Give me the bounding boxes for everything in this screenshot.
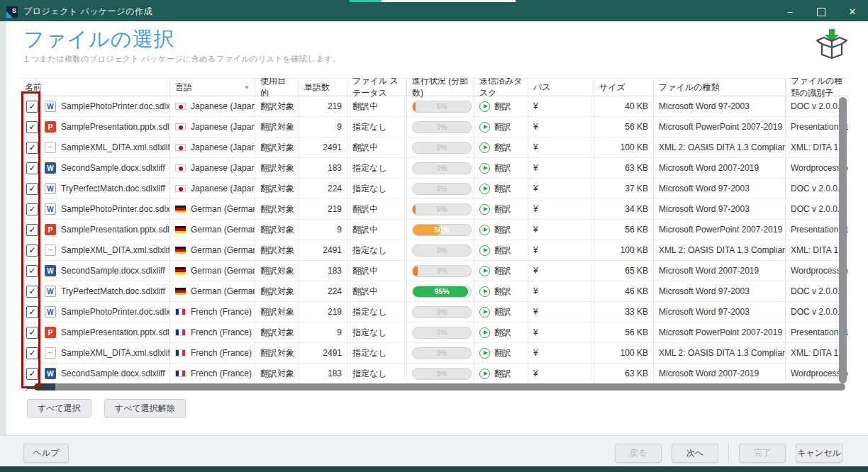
progress-cell: 0% [407, 343, 474, 363]
play-task-icon [479, 348, 490, 359]
progress-bar: 0% [412, 245, 472, 257]
column-header-label: ファイル ステータス [352, 78, 401, 99]
row-checkbox[interactable]: ✓ [26, 368, 38, 380]
column-header-file-type-id[interactable]: ファイルの種類の識別子 [786, 79, 848, 96]
column-header-name[interactable]: 名前 [20, 79, 170, 96]
table-row[interactable]: ✓PSamplePresentation.pptx.sdlxliffJapane… [20, 117, 848, 137]
table-row[interactable]: ✓···SampleXML_DITA.xml.sdlxliffGerman (G… [20, 240, 848, 261]
row-checkbox[interactable]: ✓ [26, 306, 38, 318]
row-checkbox[interactable]: ✓ [26, 142, 38, 154]
row-checkbox[interactable]: ✓ [26, 224, 38, 236]
row-checkbox[interactable]: ✓ [26, 121, 38, 133]
flag-icon-de [175, 288, 186, 295]
column-header-word-count[interactable]: 単語数 [299, 79, 347, 96]
minimize-icon[interactable]: – [774, 2, 806, 21]
table-row[interactable]: ✓WSamplePhotoPrinter.doc.sdlxliffJapanes… [20, 96, 848, 117]
column-header-file-type[interactable]: ファイルの種類 [654, 79, 786, 96]
close-icon[interactable]: ✕ [837, 2, 868, 21]
language-label: German (Germany) [191, 286, 255, 296]
column-header-progress[interactable]: 進行状況 (分節数) [407, 79, 474, 96]
table-row[interactable]: ✓···SampleXML_DITA.xml.sdlxliffJapanese … [20, 137, 848, 158]
file-name: SampleXML_DITA.xml.sdlxliff [61, 142, 170, 152]
next-button[interactable]: 次へ [672, 444, 718, 463]
row-checkbox[interactable]: ✓ [26, 327, 38, 339]
file-type-cell: Microsoft Word 97-2003 [654, 281, 786, 301]
language-cell: Japanese (Japan) [170, 96, 255, 116]
column-header-label: パス [533, 82, 551, 94]
row-checkbox[interactable]: ✓ [26, 183, 38, 195]
row-checkbox[interactable]: ✓ [26, 286, 38, 298]
word-file-icon: W [45, 162, 56, 174]
app-logo-icon [6, 6, 18, 18]
task-label: 翻訳 [494, 286, 511, 298]
word-count-cell: 219 [299, 302, 347, 322]
word-count-cell: 183 [299, 158, 347, 178]
row-checkbox[interactable]: ✓ [26, 101, 38, 113]
column-header-size[interactable]: サイズ [594, 79, 654, 96]
maximize-icon[interactable] [806, 2, 837, 21]
row-checkbox[interactable]: ✓ [26, 162, 38, 174]
file-type-cell: Microsoft Word 2007-2019 [654, 158, 786, 178]
task-label: 翻訳 [494, 162, 511, 174]
deselect-all-button[interactable]: すべて選択解除 [104, 399, 186, 417]
column-header-file-status[interactable]: ファイル ステータス [347, 79, 407, 96]
page-title: ファイルの選択 [23, 26, 174, 54]
help-button[interactable]: ヘルプ [23, 444, 69, 463]
horizontal-scrollbar[interactable] [34, 383, 845, 390]
flag-icon-jp [175, 185, 186, 192]
file-name-cell: ✓WSamplePhotoPrinter.doc.sdlxliff [20, 199, 170, 219]
table-row[interactable]: ✓PSamplePresentation.pptx.sdlxliffGerman… [20, 220, 848, 240]
size-cell: 63 KB [594, 364, 654, 383]
finish-button[interactable]: 完了 [739, 444, 786, 463]
column-header-usage-purpose[interactable]: 使用目的 [255, 79, 299, 96]
word-count-cell: 224 [299, 179, 347, 198]
progress-bar: 0% [412, 121, 472, 133]
files-table: 名前言語▼使用目的単語数ファイル ステータス進行状況 (分節数)送信済みタスクパ… [20, 78, 848, 390]
progress-percent-label: 0% [413, 348, 471, 359]
file-type-cell: XML 2: OASIS DITA 1.3 Compliant [654, 137, 786, 157]
table-row[interactable]: ✓WSecondSample.docx.sdlxliffGerman (Germ… [20, 261, 848, 281]
vertical-scrollbar[interactable] [839, 97, 847, 383]
table-row[interactable]: ✓WSecondSample.docx.sdlxliffFrench (Fran… [20, 364, 848, 384]
file-type-cell: Microsoft Word 97-2003 [654, 96, 786, 116]
language-label: German (Germany) [191, 245, 255, 255]
row-checkbox[interactable]: ✓ [26, 347, 38, 359]
table-row[interactable]: ✓WTryPerfectMatch.doc.sdlxliffJapanese (… [20, 179, 848, 199]
select-all-button[interactable]: すべて選択 [27, 399, 91, 417]
table-row[interactable]: ✓WTryPerfectMatch.doc.sdlxliffGerman (Ge… [20, 281, 848, 302]
play-task-icon [479, 204, 490, 215]
file-status-cell: 翻訳中 [347, 261, 407, 281]
path-cell: ¥ [528, 179, 594, 198]
sent-task-cell: 翻訳 [474, 117, 528, 137]
language-label: German (Germany) [191, 204, 255, 214]
cancel-button[interactable]: キャンセル [796, 444, 842, 463]
table-row[interactable]: ✓WSamplePhotoPrinter.doc.sdlxliffGerman … [20, 199, 848, 220]
task-label: 翻訳 [494, 101, 511, 113]
column-header-path[interactable]: パス [528, 79, 594, 96]
table-row[interactable]: ✓···SampleXML_DITA.xml.sdlxliffFrench (F… [20, 343, 848, 364]
column-header-language[interactable]: 言語▼ [170, 79, 255, 96]
file-name: SecondSample.docx.sdlxliff [61, 266, 165, 276]
column-header-sent-tasks[interactable]: 送信済みタスク [474, 79, 528, 96]
usage-purpose-cell: 翻訳対象 [255, 199, 299, 219]
column-header-label: 進行状況 (分節数) [412, 78, 469, 99]
play-task-icon [479, 101, 490, 112]
table-row[interactable]: ✓WSamplePhotoPrinter.doc.sdlxliffFrench … [20, 302, 848, 322]
file-type-cell: Microsoft Word 97-2003 [654, 302, 786, 322]
table-row[interactable]: ✓WSecondSample.docx.sdlxliffJapanese (Ja… [20, 158, 848, 179]
ppt-file-icon: P [45, 327, 56, 338]
back-button[interactable]: 戻る [615, 444, 662, 463]
row-checkbox[interactable]: ✓ [26, 265, 38, 277]
file-name-cell: ✓···SampleXML_DITA.xml.sdlxliff [20, 343, 170, 363]
row-checkbox[interactable]: ✓ [26, 245, 38, 257]
word97-file-icon: W [45, 203, 56, 215]
file-status-cell: 指定なし [347, 117, 407, 137]
language-label: Japanese (Japan) [191, 142, 255, 152]
file-name-cell: ✓WSecondSample.docx.sdlxliff [20, 364, 170, 383]
table-row[interactable]: ✓PSamplePresentation.pptx.sdlxliffFrench… [20, 322, 848, 343]
word-file-icon: W [45, 368, 56, 379]
size-cell: 65 KB [594, 261, 654, 281]
usage-purpose-cell: 翻訳対象 [255, 343, 299, 363]
row-checkbox[interactable]: ✓ [26, 203, 38, 215]
path-cell: ¥ [528, 302, 594, 322]
